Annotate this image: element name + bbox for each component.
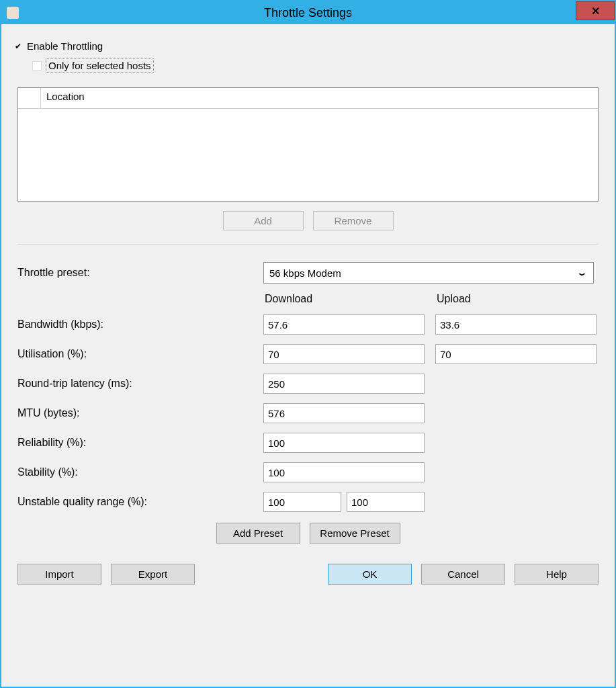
throttle-preset-label: Throttle preset: [17,267,259,279]
bandwidth-download-input[interactable] [263,314,425,335]
dialog-button-bar: Import Export OK Cancel Help [17,564,599,585]
throttle-preset-select[interactable]: 56 kbps Modem ⌄ [263,262,594,284]
import-button[interactable]: Import [17,564,101,585]
utilisation-upload-input[interactable] [435,344,597,364]
remove-preset-button[interactable]: Remove Preset [310,523,400,544]
unstable-range-label: Unstable quality range (%): [17,496,259,508]
utilisation-label: Utilisation (%): [17,348,259,360]
bandwidth-upload-input[interactable] [435,314,597,335]
only-selected-hosts-label: Only for selected hosts [46,58,154,73]
utilisation-download-input[interactable] [263,344,425,364]
enable-throttling-checkbox[interactable]: ✔ Enable Throttling [13,40,603,52]
close-icon: ✕ [591,5,600,17]
remove-host-button[interactable]: Remove [313,211,394,230]
hosts-table-header: Location [18,88,598,109]
latency-input[interactable] [263,374,425,394]
bandwidth-label: Bandwidth (kbps): [17,318,259,331]
throttle-preset-value: 56 kbps Modem [269,267,341,279]
cancel-button[interactable]: Cancel [421,564,505,585]
latency-label: Round-trip latency (ms): [17,378,259,390]
preset-buttons: Add Preset Remove Preset [13,523,603,544]
stability-input[interactable] [263,462,425,482]
download-column-header: Download [263,293,431,305]
dialog-content: ✔ Enable Throttling Only for selected ho… [1,24,615,687]
checkmark-icon: ✔ [13,42,23,51]
ok-button[interactable]: OK [328,564,412,585]
throttle-form: Throttle preset: 56 kbps Modem ⌄ Downloa… [17,262,603,512]
add-preset-button[interactable]: Add Preset [216,523,300,544]
reliability-input[interactable] [263,433,425,453]
hosts-buttons: Add Remove [13,211,603,230]
export-button[interactable]: Export [111,564,195,585]
enable-throttling-label: Enable Throttling [27,40,103,52]
stability-label: Stability (%): [17,466,259,478]
upload-column-header: Upload [435,293,603,305]
mtu-label: MTU (bytes): [17,407,259,419]
close-button[interactable]: ✕ [576,1,615,20]
unstable-range-low-input[interactable] [263,492,341,512]
hosts-location-column: Location [41,88,598,108]
hosts-grip-column [18,88,41,108]
app-icon [7,7,19,19]
unstable-range-high-input[interactable] [347,492,425,512]
only-selected-hosts-checkbox[interactable]: Only for selected hosts [32,58,603,73]
checkbox-empty-icon [32,61,42,71]
mtu-input[interactable] [263,403,425,423]
dialog-window: Throttle Settings ✕ ✔ Enable Throttling … [0,0,616,688]
chevron-down-icon: ⌄ [576,269,588,277]
add-host-button[interactable]: Add [223,211,304,230]
window-title: Throttle Settings [264,6,352,20]
help-button[interactable]: Help [515,564,599,585]
section-divider [17,244,599,245]
titlebar[interactable]: Throttle Settings ✕ [1,1,615,24]
hosts-table[interactable]: Location [17,87,599,202]
reliability-label: Reliability (%): [17,437,259,449]
